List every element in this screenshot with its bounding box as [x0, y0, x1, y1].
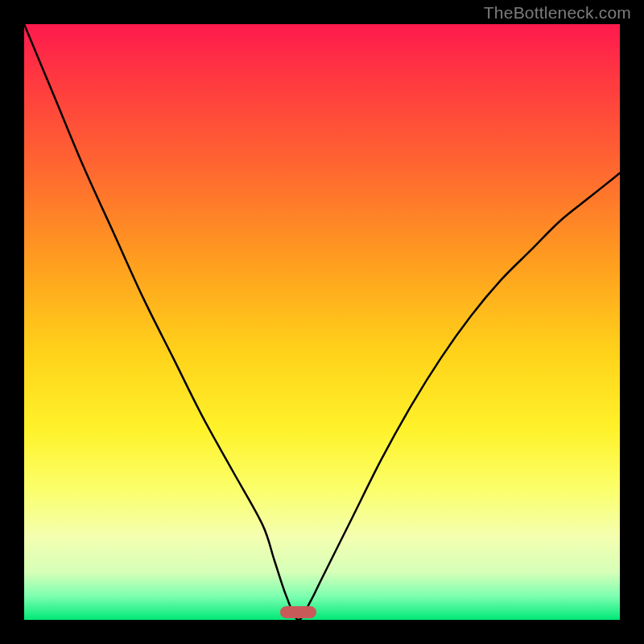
plot-area: [24, 24, 620, 620]
watermark-text: TheBottleneck.com: [484, 3, 631, 23]
valley-marker: [280, 606, 316, 618]
bottleneck-curve: [24, 24, 620, 620]
chart-frame: TheBottleneck.com: [0, 0, 644, 644]
